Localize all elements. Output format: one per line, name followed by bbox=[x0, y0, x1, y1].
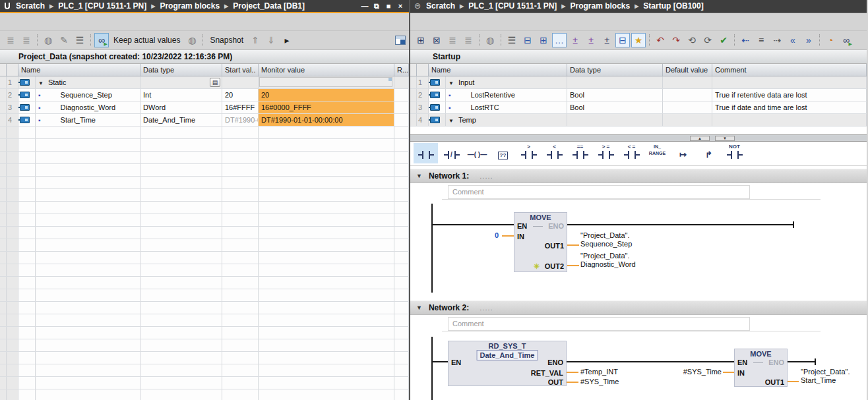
keep-actual-values-icon[interactable]: ◍ bbox=[41, 33, 55, 47]
monitor-value-cell[interactable]: 16#0000_FFFF bbox=[259, 101, 394, 113]
name-cell[interactable]: ▼Temp bbox=[446, 114, 567, 126]
move-block[interactable]: MOVE EN ENO IN OUT1 ✳ OUT2 bbox=[514, 212, 567, 272]
monitor-all-icon[interactable]: ∞▶ bbox=[94, 33, 109, 47]
next-bookmark-icon[interactable]: » bbox=[801, 33, 816, 47]
column-header[interactable]: Start val.. bbox=[222, 64, 259, 76]
instruction-type-dropdown[interactable]: Date_And_Time bbox=[477, 350, 538, 360]
add-row-icon[interactable]: ≣ bbox=[19, 33, 34, 47]
column-header[interactable]: Comment bbox=[712, 64, 867, 76]
default-value-cell[interactable] bbox=[663, 76, 712, 88]
ret-val-operand[interactable]: #Temp_INT bbox=[580, 368, 618, 376]
detail-view-icon[interactable] bbox=[395, 36, 406, 45]
empty-table-row[interactable] bbox=[0, 302, 409, 314]
data-type-dropdown-button[interactable]: ▤ bbox=[210, 78, 220, 87]
out1-operand[interactable]: "Project_Data". Start_Time bbox=[801, 368, 850, 385]
name-cell[interactable]: ▪LostRTC bbox=[446, 101, 567, 113]
empty-table-row[interactable] bbox=[0, 152, 409, 164]
minimize-button[interactable]: — bbox=[359, 2, 371, 10]
start-value-cell[interactable]: 20 bbox=[222, 89, 259, 101]
compare-less[interactable]: < bbox=[542, 143, 567, 163]
default-value-cell[interactable] bbox=[663, 89, 712, 101]
empty-table-row[interactable] bbox=[0, 339, 409, 352]
compare-less-equal[interactable]: < = bbox=[619, 143, 644, 163]
empty-table-row[interactable] bbox=[0, 214, 409, 227]
empty-table-row[interactable] bbox=[0, 189, 409, 202]
network-2-title-placeholder[interactable]: ..... bbox=[480, 304, 493, 312]
block-interface-icon[interactable]: ☰ bbox=[505, 33, 519, 47]
collapse-networks-icon[interactable]: ⊞ bbox=[536, 33, 551, 47]
close-button[interactable]: × bbox=[394, 2, 406, 10]
network-1-comment[interactable]: Comment bbox=[448, 185, 750, 199]
favorites-view-icon[interactable]: ★ bbox=[631, 33, 646, 47]
in-constant-operand[interactable]: 0 bbox=[481, 231, 499, 240]
network-1-header[interactable]: ▼ Network 1: ..... bbox=[410, 169, 867, 183]
breadcrumb-item[interactable]: Scratch bbox=[426, 1, 455, 11]
rd-sys-t-block[interactable]: RD_SYS_T Date_And_Time EN ENO RET_VAL OU… bbox=[448, 341, 567, 386]
previous-bookmark-icon[interactable]: « bbox=[786, 33, 800, 47]
data-type-cell[interactable]: DWord bbox=[140, 101, 222, 113]
in-range[interactable]: IN_RANGE bbox=[645, 143, 669, 163]
compare-equal[interactable]: == bbox=[568, 143, 592, 163]
restore-button[interactable]: ⧉ bbox=[371, 2, 383, 11]
initialize-setpoints-icon[interactable]: ✎ bbox=[57, 33, 71, 47]
comment-cell[interactable]: True if retentive data are lost bbox=[712, 89, 867, 101]
insert-row-icon[interactable]: ≣ bbox=[3, 33, 18, 47]
splitter-down-button[interactable]: ▼ bbox=[715, 136, 735, 141]
goto-previous-icon[interactable]: ⇠ bbox=[738, 33, 753, 47]
name-cell[interactable]: ▪Sequence_Step bbox=[36, 89, 140, 101]
column-header[interactable]: Default value bbox=[663, 64, 712, 76]
empty-table-row[interactable] bbox=[0, 352, 409, 364]
monitor-value-cell[interactable]: 20 bbox=[259, 89, 394, 101]
more-commands-icon[interactable]: ▸ bbox=[280, 33, 294, 47]
empty-table-row[interactable] bbox=[0, 364, 409, 377]
breadcrumb-item[interactable]: Program blocks bbox=[160, 1, 220, 11]
goto-usage-icon[interactable]: ⇢ bbox=[770, 33, 784, 47]
goto-definition-icon[interactable]: ≡ bbox=[754, 33, 768, 47]
coil[interactable]: —( )— bbox=[465, 143, 489, 163]
empty-table-row[interactable] bbox=[0, 277, 409, 289]
comment-cell[interactable] bbox=[712, 114, 867, 126]
insert-row-icon[interactable]: ≣ bbox=[445, 33, 460, 47]
data-type-cell[interactable]: ▤ bbox=[140, 76, 222, 88]
start-value-cell[interactable]: DT#1990-01-01-00:00:00 bbox=[222, 114, 259, 126]
in-operand[interactable]: #SYS_Time bbox=[656, 368, 722, 376]
empty-table-row[interactable] bbox=[0, 264, 409, 277]
collapse-icon[interactable]: ▼ bbox=[449, 118, 454, 124]
name-cell[interactable]: ▼Input bbox=[446, 76, 567, 88]
data-type-cell[interactable]: Date_And_Time bbox=[140, 114, 222, 126]
empty-table-row[interactable] bbox=[0, 239, 409, 252]
splitter-up-button[interactable]: ▲ bbox=[690, 136, 710, 141]
collapse-icon[interactable]: ▼ bbox=[38, 80, 44, 86]
contact-open[interactable] bbox=[414, 143, 438, 163]
absolute-operands-icon[interactable]: ± bbox=[568, 33, 582, 47]
start-value-cell[interactable] bbox=[222, 76, 259, 88]
empty-table-row[interactable] bbox=[0, 377, 409, 389]
close-branch[interactable]: ↱ bbox=[697, 143, 721, 163]
monitoring-icon[interactable]: ∞▶ bbox=[839, 33, 853, 47]
freeform-comments-icon[interactable]: ⊟ bbox=[615, 33, 630, 47]
network-1-collapse-icon[interactable]: ▼ bbox=[416, 173, 422, 179]
symbol-information-icon[interactable]: ± bbox=[600, 33, 614, 47]
delete-network-icon[interactable]: ⊠ bbox=[429, 33, 444, 47]
compare-greater[interactable]: > bbox=[516, 143, 541, 163]
column-header[interactable]: Name bbox=[18, 64, 140, 76]
insert-network-icon[interactable]: ⊞ bbox=[414, 33, 428, 47]
column-header[interactable]: R... bbox=[394, 64, 409, 76]
sync-block-icon[interactable]: ⟳ bbox=[700, 33, 715, 47]
column-header[interactable]: Data type bbox=[140, 64, 222, 76]
start-value-cell[interactable]: 16#FFFF bbox=[222, 101, 259, 113]
consistency-check-icon[interactable]: ✔ bbox=[716, 33, 731, 47]
discard-rename-icon[interactable]: ↶ bbox=[653, 33, 667, 47]
network-2-header[interactable]: ▼ Network 2: ..... bbox=[410, 300, 867, 315]
expand-members-icon[interactable]: ☰ bbox=[73, 33, 87, 47]
comment-cell[interactable]: True if date and time are lost bbox=[712, 101, 867, 113]
empty-table-row[interactable] bbox=[0, 139, 409, 152]
snapshot-values-icon[interactable]: ◍ bbox=[185, 33, 199, 47]
interface-splitter[interactable]: ▲ ▼ bbox=[410, 134, 867, 142]
breadcrumb-item[interactable]: Program blocks bbox=[570, 1, 630, 11]
column-header[interactable]: Monitor value bbox=[259, 64, 394, 76]
default-value-cell[interactable] bbox=[663, 114, 712, 126]
add-output-icon[interactable]: ✳ bbox=[534, 262, 540, 270]
empty-table-row[interactable] bbox=[0, 164, 409, 177]
network-2-comment[interactable]: Comment bbox=[448, 317, 750, 331]
